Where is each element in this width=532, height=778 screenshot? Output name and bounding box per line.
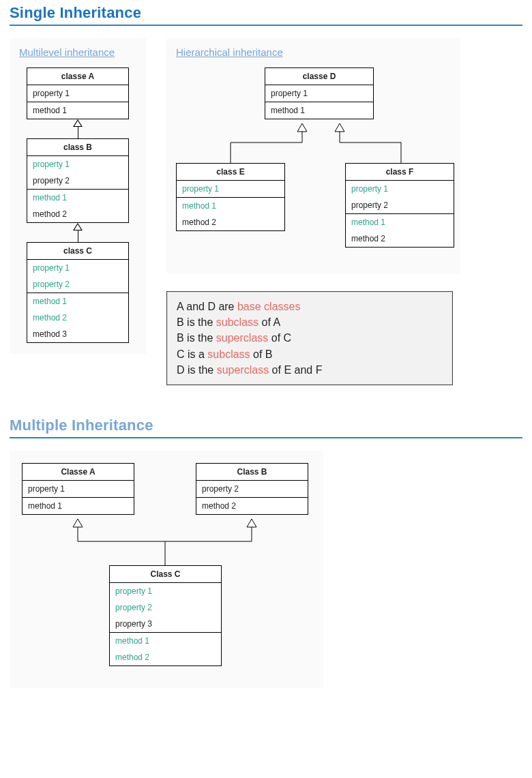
uml-class-c2: Class C property 1 property 2 property 3…	[109, 565, 222, 666]
note-keyword: base classes	[237, 301, 301, 312]
uml-method: method 1	[27, 190, 128, 206]
uml-prop: property 2	[110, 599, 221, 616]
uml-method: method 1	[27, 102, 128, 119]
divider	[10, 25, 522, 26]
uml-prop: property 1	[27, 156, 128, 173]
panel-hierarchical: Hierarchical inheritance classe D proper…	[166, 38, 460, 273]
uml-prop: property 2	[196, 481, 308, 497]
multiple-diagram: Classe A property 1 method 1 Class B pro…	[22, 463, 311, 674]
hierarchical-diagram: classe D property 1 method 1	[176, 68, 450, 258]
uml-prop: property 1	[346, 181, 454, 197]
uml-class-a: classe A property 1 method 1	[27, 68, 129, 119]
svg-marker-0	[297, 123, 307, 132]
uml-method: method 2	[346, 230, 454, 247]
uml-method: method 2	[110, 649, 221, 665]
panel-multilevel: Multilevel inheritance classe A property…	[10, 38, 146, 354]
note-keyword: superclass	[217, 364, 269, 376]
uml-title: class C	[27, 243, 128, 260]
note-line: D is the superclass of E and F	[177, 362, 443, 378]
uml-title: Class C	[110, 566, 221, 583]
uml-method: method 1	[27, 293, 128, 310]
notes-box: A and D are base classes B is the subcla…	[166, 291, 453, 385]
uml-title: class E	[177, 164, 284, 181]
note-text: of E and F	[269, 364, 322, 376]
uml-prop: property 2	[27, 173, 128, 189]
hierarchical-title: Hierarchical inheritance	[176, 46, 450, 58]
heading-multiple: Multiple Inheritance	[0, 413, 532, 437]
note-text: B is the	[177, 316, 216, 328]
uml-method: method 3	[27, 326, 128, 342]
uml-method: method 1	[110, 633, 221, 649]
inheritance-arrow-icon	[73, 119, 83, 138]
uml-prop: property 1	[177, 181, 284, 197]
heading-single: Single Inheritance	[0, 0, 532, 25]
note-line: B is the subclass of A	[177, 314, 443, 330]
note-line: C is a subclass of B	[177, 346, 443, 362]
uml-prop: property 2	[27, 276, 128, 293]
note-line: A and D are base classes	[177, 299, 443, 314]
uml-title: Class B	[196, 464, 308, 481]
divider	[10, 437, 522, 438]
note-text: C is a	[177, 348, 207, 360]
uml-method: method 1	[23, 498, 134, 514]
uml-method: method 2	[196, 498, 308, 514]
inheritance-arrow-icon	[73, 223, 83, 242]
uml-class-f: class F property 1 property 2 method 1 m…	[345, 163, 454, 248]
uml-prop: property 1	[23, 481, 134, 497]
multilevel-title: Multilevel inheritance	[19, 46, 136, 58]
uml-prop: property 3	[110, 616, 221, 632]
uml-method: method 1	[177, 198, 284, 214]
uml-title: classe A	[27, 68, 128, 85]
uml-prop: property 2	[346, 197, 454, 213]
note-text: of C	[268, 332, 291, 344]
uml-method: method 2	[27, 206, 128, 222]
uml-prop: property 1	[27, 260, 128, 276]
uml-class-b: class B property 1 property 2 method 1 m…	[27, 138, 129, 223]
note-text: of A	[258, 316, 280, 328]
note-keyword: subclass	[207, 348, 250, 360]
uml-method: method 1	[265, 102, 373, 119]
uml-class-d: classe D property 1 method 1	[265, 68, 374, 119]
uml-prop: property 1	[27, 85, 128, 102]
uml-title: Classe A	[23, 464, 134, 481]
uml-prop: property 1	[265, 85, 373, 102]
uml-class-c: class C property 1 property 2 method 1 m…	[27, 242, 129, 343]
uml-class-b2: Class B property 2 method 2	[196, 463, 308, 515]
svg-marker-4	[335, 123, 344, 132]
svg-marker-8	[73, 519, 83, 527]
single-panels: Multilevel inheritance classe A property…	[0, 38, 532, 385]
note-line: B is the superclass of C	[177, 330, 443, 346]
uml-class-e: class E property 1 method 1 method 2	[176, 163, 285, 231]
note-text: D is the	[177, 364, 217, 376]
uml-title: class F	[346, 164, 454, 181]
uml-method: method 2	[27, 310, 128, 326]
uml-prop: property 1	[110, 583, 221, 599]
uml-method: method 2	[177, 214, 284, 230]
note-text: B is the	[177, 332, 216, 344]
svg-marker-10	[247, 519, 256, 527]
note-text: of B	[250, 348, 273, 360]
uml-title: class B	[27, 139, 128, 156]
uml-method: method 1	[346, 214, 454, 230]
uml-class-a2: Classe A property 1 method 1	[22, 463, 134, 515]
panel-multiple: Classe A property 1 method 1 Class B pro…	[10, 451, 323, 688]
note-keyword: subclass	[216, 316, 258, 328]
note-keyword: superclass	[216, 332, 268, 344]
uml-title: classe D	[265, 68, 373, 85]
note-text: A and D are	[177, 301, 237, 312]
